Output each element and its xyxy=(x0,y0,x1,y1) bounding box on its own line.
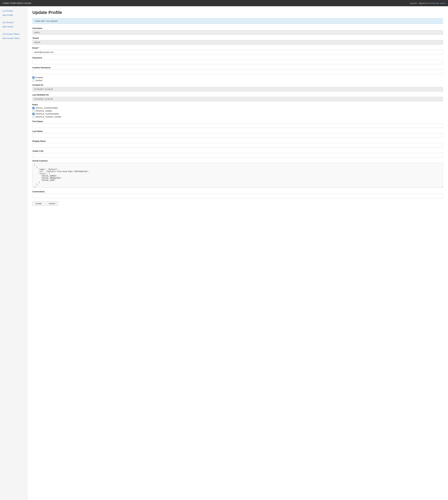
first-name-input[interactable] xyxy=(32,123,443,128)
social-contexts-textarea[interactable] xyxy=(32,163,443,188)
layout: List Profiles New Profile List Tenants N… xyxy=(0,6,448,500)
confirm-password-label: Confirm Password xyxy=(32,66,443,69)
connections-group: Connections xyxy=(32,190,443,198)
role-label: PROFILE_ADMIN xyxy=(35,110,52,112)
access-tokens-section: List Access Tokens New Access Token xyxy=(0,32,27,40)
role-checkbox-profile_superadmin[interactable] xyxy=(32,113,34,115)
roles-section: Roles SOCIAL_SUPERADMINPROFILE_ADMINPROF… xyxy=(32,104,443,118)
role-checkbox-profile_tenant_admin[interactable] xyxy=(32,116,34,118)
role-label: SOCIAL_SUPERADMIN xyxy=(35,107,58,109)
cancel-button[interactable]: Cancel xyxy=(46,201,58,206)
username-input xyxy=(32,30,443,35)
confirm-password-input[interactable] xyxy=(32,70,443,74)
connections-input[interactable] xyxy=(32,194,443,198)
verified-checkbox-group: Verified xyxy=(32,79,443,82)
role-checkbox-group: PROFILE_TENANT_ADMIN xyxy=(32,116,443,118)
first-name-group: First Name xyxy=(32,120,443,128)
sidebar-item-new-access-token[interactable]: New Access Token xyxy=(0,36,27,40)
app-title: Crafter Profile Admin Console xyxy=(2,2,31,4)
role-checkbox-group: PROFILE_ADMIN xyxy=(32,110,443,112)
avatar-link-input[interactable] xyxy=(32,153,443,157)
sidebar-item-list-profiles[interactable]: List Profiles xyxy=(0,9,27,13)
role-label: PROFILE_SUPERADMIN xyxy=(35,113,59,115)
created-on-input xyxy=(32,87,443,92)
verified-checkbox[interactable] xyxy=(32,79,34,82)
role-checkbox-profile_admin[interactable] xyxy=(32,110,34,112)
main-content: Update Profile Fields with * are require… xyxy=(27,6,448,500)
created-on-group: Created On xyxy=(32,84,443,92)
sidebar-item-new-profile[interactable]: New Profile xyxy=(0,13,27,17)
tenant-label: Tenant xyxy=(32,37,443,39)
connections-label: Connections xyxy=(32,190,443,193)
social-contexts-label: Social Contexts xyxy=(32,160,443,162)
tenant-group: Tenant xyxy=(32,37,443,45)
enabled-label: Enabled xyxy=(35,76,43,79)
enabled-checkbox-group: Enabled xyxy=(32,76,443,79)
last-modified-group: Last Modified On xyxy=(32,94,443,101)
header-right: Log Out Signed in to default as: admin xyxy=(410,2,446,4)
sidebar-divider-2 xyxy=(0,30,27,32)
page-title: Update Profile xyxy=(32,10,443,15)
avatar-link-group: Avatar Link xyxy=(32,150,443,157)
roles-label: Roles xyxy=(32,104,443,106)
profiles-section: List Profiles New Profile xyxy=(0,9,27,17)
password-group: Password xyxy=(32,57,443,64)
last-modified-input xyxy=(32,97,443,101)
accept-button[interactable]: Accept xyxy=(32,201,45,206)
button-row: Accept Cancel xyxy=(32,201,443,206)
tenants-section: List Tenants New Tenant xyxy=(0,20,27,29)
sidebar: List Profiles New Profile List Tenants N… xyxy=(0,6,27,500)
role-checkbox-group: SOCIAL_SUPERADMIN xyxy=(32,107,443,109)
avatar-link-label: Avatar Link xyxy=(32,150,443,152)
enabled-group: Enabled Verified xyxy=(32,76,443,82)
last-name-input[interactable] xyxy=(32,133,443,138)
social-contexts-group: Social Contexts xyxy=(32,160,443,188)
info-banner: Fields with * are required xyxy=(32,18,443,24)
display-name-input[interactable] xyxy=(32,143,443,148)
display-name-label: Display Name xyxy=(32,140,443,142)
last-name-label: Last Name xyxy=(32,130,443,132)
signed-in-text: Signed in to default as: admin xyxy=(419,2,446,4)
email-group: Email * xyxy=(32,47,443,54)
last-modified-label: Last Modified On xyxy=(32,94,443,96)
email-label: Email * xyxy=(32,47,443,49)
role-label: PROFILE_TENANT_ADMIN xyxy=(35,116,61,118)
password-input[interactable] xyxy=(32,60,443,64)
password-label: Password xyxy=(32,57,443,59)
role-checkbox-group: PROFILE_SUPERADMIN xyxy=(32,113,443,115)
enabled-checkbox[interactable] xyxy=(32,77,34,79)
display-name-group: Display Name xyxy=(32,140,443,148)
username-label: Username xyxy=(32,27,443,29)
email-input[interactable] xyxy=(32,50,443,54)
roles-container: SOCIAL_SUPERADMINPROFILE_ADMINPROFILE_SU… xyxy=(32,107,443,118)
role-checkbox-social_superadmin[interactable] xyxy=(32,107,34,109)
logout-link[interactable]: Log Out xyxy=(410,2,417,4)
first-name-label: First Name xyxy=(32,120,443,123)
tenant-link[interactable]: default xyxy=(430,2,436,4)
confirm-password-group: Confirm Password xyxy=(32,66,443,74)
sidebar-divider-1 xyxy=(0,18,27,20)
tenant-input xyxy=(32,40,443,45)
sidebar-item-new-tenant[interactable]: New Tenant xyxy=(0,25,27,29)
header: Crafter Profile Admin Console Log Out Si… xyxy=(0,0,448,6)
user-link[interactable]: admin xyxy=(440,2,446,4)
created-on-label: Created On xyxy=(32,84,443,86)
username-group: Username xyxy=(32,27,443,35)
sidebar-item-list-tenants[interactable]: List Tenants xyxy=(0,20,27,25)
last-name-group: Last Name xyxy=(32,130,443,138)
sidebar-item-list-access-tokens[interactable]: List Access Tokens xyxy=(0,32,27,36)
verified-label: Verified xyxy=(35,79,42,82)
